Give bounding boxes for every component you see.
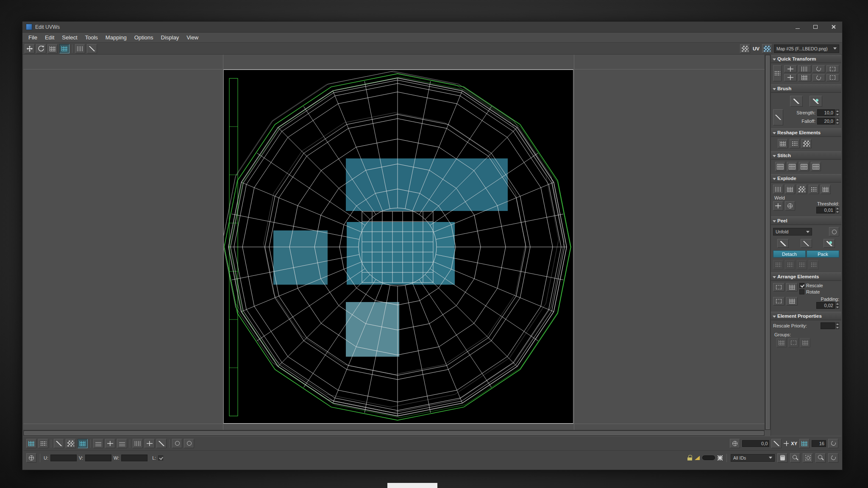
- peel-extra-button[interactable]: [809, 260, 819, 269]
- rollout-header-stitch[interactable]: Stitch: [771, 151, 841, 160]
- menu-mapping[interactable]: Mapping: [102, 33, 131, 42]
- rollout-header-reshape[interactable]: Reshape Elements: [771, 128, 841, 137]
- zoom-extents-button[interactable]: [815, 453, 826, 463]
- selection-tool-button[interactable]: [38, 439, 48, 448]
- peel-mode-select[interactable]: Unfold: [773, 228, 812, 236]
- stitch-button[interactable]: [775, 162, 785, 171]
- explode-button[interactable]: [797, 185, 807, 194]
- rescale-checkbox[interactable]: [799, 283, 804, 288]
- coordinate-field[interactable]: 0,0: [742, 440, 769, 447]
- scale-tool-button[interactable]: [59, 44, 70, 53]
- strength-spinner[interactable]: [835, 109, 839, 116]
- rotate-tool-button[interactable]: [36, 44, 46, 53]
- horizontal-scrollbar-thumb[interactable]: [24, 431, 764, 435]
- reshape-button[interactable]: [778, 139, 788, 148]
- rollout-header-explode[interactable]: Explode: [771, 174, 841, 183]
- reshape-button[interactable]: [801, 139, 812, 148]
- detach-button[interactable]: Detach: [773, 250, 806, 258]
- absolute-mode-button[interactable]: [730, 439, 740, 448]
- soft-selection-toggle[interactable]: [702, 455, 715, 460]
- falloff-spinner[interactable]: [835, 118, 839, 125]
- maximize-button[interactable]: [807, 22, 824, 32]
- quick-transform-button[interactable]: [826, 74, 839, 81]
- rescale-priority-field[interactable]: [821, 322, 835, 329]
- rollout-header-peel[interactable]: Peel: [771, 216, 841, 225]
- peel-extra-button[interactable]: [797, 260, 807, 269]
- explode-button[interactable]: [809, 185, 819, 194]
- vertical-scrollbar[interactable]: [765, 55, 771, 430]
- reshape-button[interactable]: [790, 139, 800, 148]
- rollout-header-arrange[interactable]: Arrange Elements: [771, 272, 841, 281]
- rollout-header-element-properties[interactable]: Element Properties: [771, 312, 841, 320]
- lock-aspect-checkbox[interactable]: [158, 455, 163, 460]
- explode-button[interactable]: [773, 185, 783, 194]
- grid-size-field[interactable]: 16: [812, 440, 826, 447]
- lock-selection-icon[interactable]: [687, 455, 692, 460]
- arrange-button[interactable]: [773, 283, 785, 291]
- pan-button[interactable]: [777, 453, 787, 463]
- menu-options[interactable]: Options: [131, 33, 157, 42]
- minimize-button[interactable]: [789, 22, 807, 32]
- rescale-priority-spinner[interactable]: [835, 322, 839, 329]
- map-select[interactable]: Map #25 (F...LBEDO.png): [774, 44, 839, 53]
- quick-transform-button[interactable]: [798, 65, 811, 72]
- menu-file[interactable]: File: [25, 33, 41, 42]
- group-button[interactable]: [800, 338, 810, 347]
- threshold-spinner[interactable]: [835, 207, 839, 214]
- arrange-button[interactable]: [786, 297, 798, 305]
- grid-toggle-button[interactable]: [799, 439, 810, 448]
- quick-transform-button[interactable]: [784, 74, 797, 81]
- zoom-button[interactable]: [790, 453, 800, 463]
- u-field[interactable]: [50, 455, 77, 461]
- brush-tool-button[interactable]: [790, 96, 803, 107]
- strength-field[interactable]: 10,0: [817, 109, 835, 116]
- peel-extra-button[interactable]: [785, 260, 795, 269]
- move-tool-button[interactable]: [25, 44, 35, 53]
- show-map-button[interactable]: [762, 44, 772, 53]
- peel-button[interactable]: [801, 239, 812, 248]
- menu-display[interactable]: Display: [157, 33, 183, 42]
- explode-button[interactable]: [785, 185, 795, 194]
- threshold-field[interactable]: 0,01: [816, 207, 835, 214]
- scale-tool-button[interactable]: [47, 44, 58, 53]
- arrange-button[interactable]: [773, 297, 785, 305]
- stitch-button[interactable]: [787, 162, 797, 171]
- angle-snap-icon[interactable]: [695, 456, 700, 460]
- freeform-tool-button[interactable]: [87, 44, 97, 53]
- v-field[interactable]: [85, 455, 111, 461]
- peel-reset-button[interactable]: [829, 227, 839, 236]
- stitch-button[interactable]: [799, 162, 809, 171]
- padding-spinner[interactable]: [835, 302, 839, 309]
- peel-button[interactable]: [823, 239, 835, 248]
- brush-tool-button[interactable]: [810, 96, 822, 107]
- snowflake-freeze-icon[interactable]: [718, 455, 723, 460]
- padding-field[interactable]: 0,02: [816, 302, 835, 309]
- group-button[interactable]: [776, 338, 787, 347]
- edit-coord-button[interactable]: [771, 439, 782, 448]
- menu-view[interactable]: View: [183, 33, 202, 42]
- subobject-mode-button[interactable]: [78, 439, 88, 448]
- peel-button[interactable]: [777, 239, 789, 248]
- quick-transform-pivot-button[interactable]: [773, 65, 782, 81]
- transform-typein-button[interactable]: [26, 453, 36, 463]
- subobject-mode-button[interactable]: [66, 439, 76, 448]
- pack-button[interactable]: Pack: [807, 250, 839, 258]
- menu-select[interactable]: Select: [58, 33, 81, 42]
- horizontal-scrollbar[interactable]: [23, 430, 765, 436]
- quick-transform-button[interactable]: [826, 65, 839, 72]
- falloff-curve-button[interactable]: [773, 109, 783, 125]
- explode-button[interactable]: [821, 185, 831, 194]
- rollout-header-quick-transform[interactable]: Quick Transform: [771, 55, 841, 63]
- mirror-button[interactable]: [105, 439, 115, 448]
- stitch-button[interactable]: [811, 162, 821, 171]
- quick-transform-button[interactable]: [812, 65, 825, 72]
- target-weld-button[interactable]: [785, 201, 795, 211]
- align-button[interactable]: [156, 439, 167, 448]
- vertical-scrollbar-thumb[interactable]: [766, 55, 770, 429]
- uv-viewport[interactable]: [23, 55, 771, 436]
- w-field[interactable]: [121, 455, 147, 461]
- titlebar[interactable]: Edit UVWs: [22, 22, 842, 33]
- orbit-view-button[interactable]: [828, 453, 838, 463]
- zoom-region-button[interactable]: [803, 453, 813, 463]
- rollout-header-brush[interactable]: Brush: [771, 84, 841, 93]
